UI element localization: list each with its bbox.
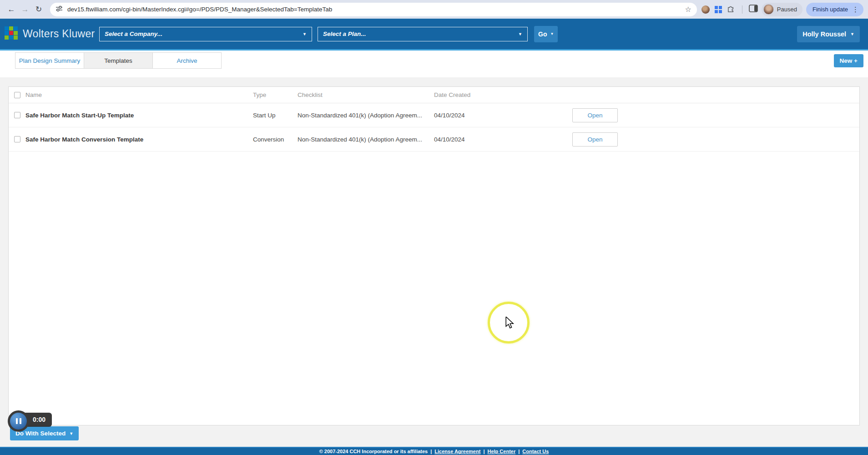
license-agreement-link[interactable]: License Agreement — [434, 449, 480, 454]
template-checklist: Non-Standardized 401(k) (Adoption Agreem… — [298, 112, 434, 119]
forward-icon[interactable]: → — [18, 3, 32, 16]
chevron-down-icon: ▼ — [850, 32, 854, 36]
column-header-name: Name — [25, 91, 253, 98]
wolters-kluwer-logo-icon — [5, 26, 18, 42]
go-button[interactable]: Go ▼ — [534, 26, 558, 42]
back-icon[interactable]: ← — [5, 3, 18, 16]
template-type: Conversion — [253, 136, 298, 143]
recording-pause-button[interactable] — [8, 410, 29, 432]
extension-icon[interactable] — [701, 5, 710, 14]
reload-icon[interactable]: ↻ — [32, 3, 45, 16]
table-header-row: Name Type Checklist Date Created — [9, 87, 859, 103]
tab-templates[interactable]: Templates — [84, 52, 153, 69]
apps-grid-icon[interactable] — [715, 6, 722, 13]
browser-toolbar: ← → ↻ dev15.ftwilliam.com/cgi-bin/Master… — [0, 0, 868, 19]
chevron-down-icon: ▼ — [69, 431, 73, 436]
column-header-checklist: Checklist — [298, 91, 434, 98]
footer-separator: | — [518, 449, 520, 454]
toolbar-divider — [742, 5, 742, 14]
side-panel-icon[interactable] — [749, 5, 758, 14]
contact-us-link[interactable]: Contact Us — [522, 449, 549, 454]
template-type: Start Up — [253, 112, 298, 119]
company-select[interactable]: Select a Company... ▼ — [99, 27, 312, 41]
chevron-down-icon: ▼ — [550, 32, 554, 36]
select-all-checkbox[interactable] — [14, 92, 20, 98]
brand-title: Wolters Kluwer — [23, 28, 95, 40]
profile-status-label: Paused — [777, 6, 797, 13]
address-bar[interactable]: dev15.ftwilliam.com/cgi-bin/MasterIndex.… — [50, 3, 697, 16]
plan-select-value: Select a Plan... — [323, 30, 366, 37]
table-row: Safe Harbor Match Conversion Template Co… — [9, 127, 859, 152]
url-text[interactable]: dev15.ftwilliam.com/cgi-bin/MasterIndex.… — [67, 6, 681, 13]
chevron-down-icon: ▼ — [303, 32, 307, 36]
go-button-label: Go — [538, 30, 547, 38]
brand: Wolters Kluwer — [5, 26, 99, 42]
bookmark-star-icon[interactable]: ☆ — [685, 5, 691, 14]
browser-menu-icon[interactable]: ⋮ — [852, 5, 859, 14]
user-menu-label: Holly Roussel — [802, 30, 846, 38]
finish-update-label: Finish update — [812, 6, 848, 13]
template-name: Safe Harbor Match Conversion Template — [25, 136, 253, 143]
tab-bar: Plan Design Summary Templates Archive Ne… — [0, 51, 868, 77]
new-button[interactable]: New + — [834, 54, 863, 67]
templates-table-panel: Name Type Checklist Date Created Safe Ha… — [8, 86, 860, 425]
user-menu-button[interactable]: Holly Roussel ▼ — [797, 26, 860, 42]
template-checklist: Non-Standardized 401(k) (Adoption Agreem… — [298, 136, 434, 143]
extensions-cluster — [701, 4, 758, 15]
row-checkbox[interactable] — [14, 136, 20, 142]
row-checkbox[interactable] — [14, 112, 20, 118]
column-header-date-created: Date Created — [434, 91, 572, 98]
pause-icon — [10, 413, 27, 430]
finish-update-button[interactable]: Finish update ⋮ — [806, 3, 863, 16]
template-date-created: 04/10/2024 — [434, 136, 572, 143]
template-name: Safe Harbor Match Start-Up Template — [25, 112, 253, 119]
open-button[interactable]: Open — [572, 132, 618, 147]
open-button[interactable]: Open — [572, 108, 618, 122]
tab-plan-design-summary[interactable]: Plan Design Summary — [15, 52, 84, 69]
site-settings-icon[interactable] — [56, 5, 63, 14]
footer-separator: | — [430, 449, 432, 454]
mouse-cursor — [505, 317, 516, 331]
app-header: Wolters Kluwer Select a Company... ▼ Sel… — [0, 19, 868, 49]
chevron-down-icon: ▼ — [518, 32, 522, 36]
help-center-link[interactable]: Help Center — [487, 449, 515, 454]
profile-avatar — [763, 4, 774, 15]
tab-archive[interactable]: Archive — [152, 52, 222, 69]
footer: © 2007-2024 CCH Incorporated or its affi… — [0, 447, 868, 455]
footer-separator: | — [483, 449, 484, 454]
tabs: Plan Design Summary Templates Archive — [15, 52, 222, 69]
plan-select[interactable]: Select a Plan... ▼ — [318, 27, 528, 41]
template-date-created: 04/10/2024 — [434, 112, 572, 119]
extensions-puzzle-icon[interactable] — [727, 4, 736, 15]
do-with-selected-label: Do With Selected — [15, 430, 66, 437]
content-area: Name Type Checklist Date Created Safe Ha… — [0, 77, 868, 447]
column-header-type: Type — [253, 91, 298, 98]
table-row: Safe Harbor Match Start-Up Template Star… — [9, 103, 859, 127]
copyright-text: © 2007-2024 CCH Incorporated or its affi… — [319, 449, 428, 454]
profile-chip[interactable]: Paused — [762, 3, 802, 16]
company-select-value: Select a Company... — [105, 30, 162, 37]
